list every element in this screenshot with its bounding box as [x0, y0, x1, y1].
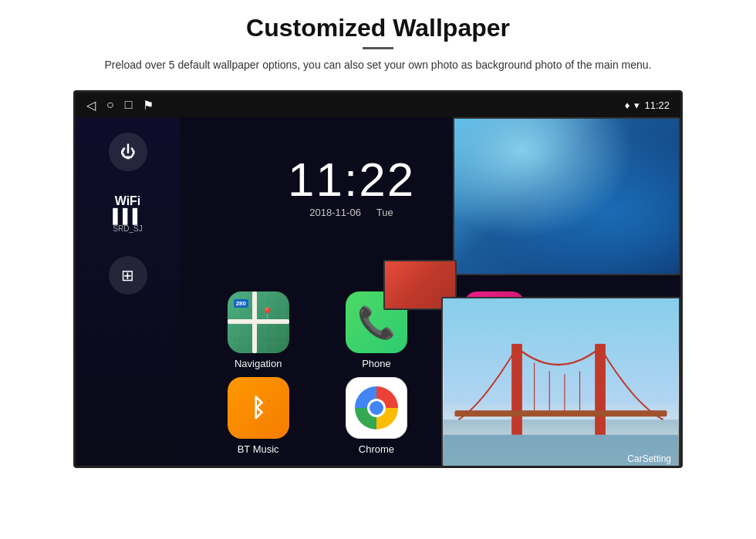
- navigation-label: Navigation: [235, 358, 282, 369]
- apps-grid-icon: ⊞: [121, 266, 134, 285]
- page-title: Customized Wallpaper: [46, 14, 710, 42]
- nav-back-btn[interactable]: ◁: [86, 98, 96, 113]
- main-area: ⏻ WiFi ▌▌▌ SRD_SJ ⊞ 11:22: [76, 117, 680, 468]
- status-bar-right: ♦ ▾ 11:22: [625, 99, 670, 111]
- svg-rect-2: [444, 405, 678, 435]
- wifi-ssid: SRD_SJ: [113, 224, 142, 233]
- map-pin-icon: 📍: [261, 307, 274, 319]
- status-bar: ◁ ○ □ ⚑ ♦ ▾ 11:22: [76, 93, 680, 117]
- chrome-icon: [355, 386, 398, 430]
- chrome-inner-circle: [367, 399, 386, 417]
- bt-music-icon: ᛒ: [228, 377, 289, 439]
- chrome-icon-bg: [346, 377, 407, 439]
- nav-recent-btn[interactable]: □: [125, 98, 133, 112]
- screenshot-btn[interactable]: ⚑: [143, 98, 154, 113]
- app-item-chrome[interactable]: Chrome: [321, 377, 431, 455]
- svg-rect-5: [454, 410, 667, 416]
- wallpaper-bridge[interactable]: CarSetting: [441, 297, 680, 468]
- phone-screenshot-wrapper: ◁ ○ □ ⚑ ♦ ▾ 11:22 ⏻: [0, 90, 756, 468]
- page-header: Customized Wallpaper Preload over 5 defa…: [0, 0, 756, 83]
- bt-music-label: BT Music: [238, 443, 279, 455]
- date-value: 2018-11-06: [309, 207, 361, 218]
- bluetooth-symbol: ᛒ: [251, 394, 265, 423]
- location-icon: ♦: [625, 99, 630, 111]
- signal-icon: ▾: [634, 99, 640, 111]
- ice-wallpaper-bg: [454, 119, 679, 274]
- page-subtitle: Preload over 5 default wallpaper options…: [46, 57, 710, 73]
- power-button[interactable]: ⏻: [109, 133, 147, 171]
- phone-screen: ◁ ○ □ ⚑ ♦ ▾ 11:22 ⏻: [73, 90, 683, 468]
- time-display: 11:22 2018-11-06 Tue: [288, 152, 415, 218]
- sidebar: ⏻ WiFi ▌▌▌ SRD_SJ ⊞: [76, 117, 180, 468]
- app-item-navigation[interactable]: 280 📍 Navigation: [203, 291, 313, 369]
- wifi-bars-icon: ▌▌▌: [113, 208, 142, 224]
- bridge-wallpaper-bg: [443, 298, 679, 468]
- clock-time: 11:22: [288, 152, 415, 207]
- status-bar-left: ◁ ○ □ ⚑: [86, 98, 154, 113]
- phone-label: Phone: [362, 358, 391, 369]
- wifi-label: WiFi: [113, 194, 142, 208]
- navigation-icon: 280 📍: [228, 291, 289, 353]
- carsetting-label: CarSetting: [627, 453, 671, 464]
- apps-button[interactable]: ⊞: [109, 256, 147, 295]
- page-wrapper: Customized Wallpaper Preload over 5 defa…: [0, 0, 756, 468]
- power-icon: ⏻: [120, 143, 136, 161]
- svg-rect-4: [595, 344, 606, 435]
- status-time: 11:22: [644, 99, 670, 111]
- nav-home-btn[interactable]: ○: [106, 98, 114, 112]
- wallpaper-previews: CarSetting: [441, 117, 680, 468]
- wifi-widget: WiFi ▌▌▌ SRD_SJ: [113, 194, 142, 233]
- day-value: Tue: [376, 207, 393, 218]
- clock-date: 2018-11-06 Tue: [288, 207, 415, 218]
- title-divider: [363, 47, 393, 49]
- bridge-svg: [443, 298, 679, 468]
- svg-rect-3: [511, 344, 522, 435]
- app-item-bt-music[interactable]: ᛒ BT Music: [203, 377, 313, 455]
- map-badge: 280: [234, 299, 248, 308]
- chrome-label: Chrome: [359, 443, 394, 455]
- wallpaper-ice[interactable]: [453, 117, 680, 275]
